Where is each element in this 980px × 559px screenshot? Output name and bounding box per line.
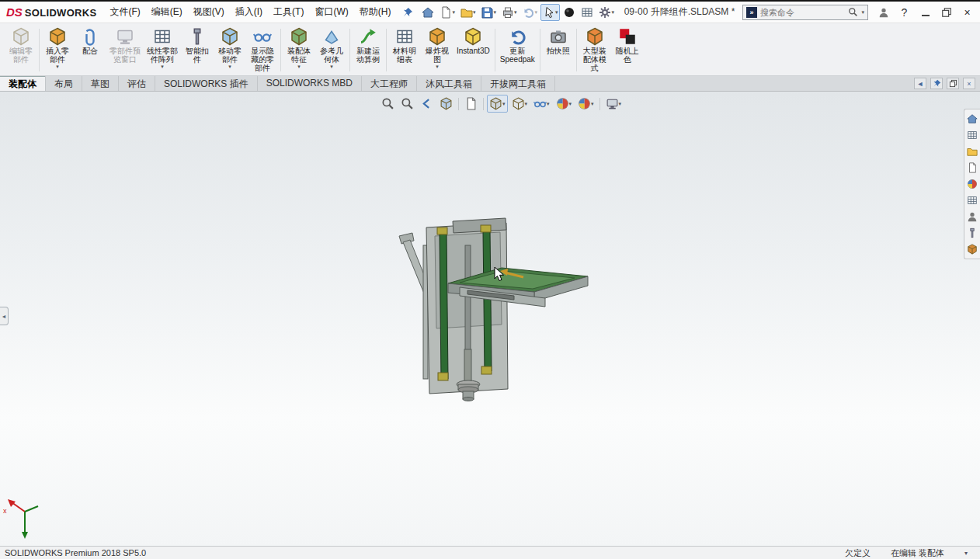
- model-block-top-right: [481, 225, 491, 232]
- minimize-button[interactable]: [915, 3, 936, 22]
- options-button[interactable]: ▾: [596, 4, 617, 21]
- user-account-button[interactable]: [873, 3, 894, 22]
- ribbon-button-smart-fasteners[interactable]: 智能扣 件: [181, 25, 214, 75]
- ribbon-button-mate[interactable]: 配合: [74, 25, 106, 75]
- panel-flyout-tab[interactable]: ◄: [0, 307, 9, 325]
- section-view-button[interactable]: [437, 95, 455, 113]
- tab-assembly[interactable]: 装配体: [0, 76, 46, 91]
- hud-separator: [458, 98, 459, 110]
- tab-dagongchengshi[interactable]: 大工程师: [362, 76, 417, 91]
- ribbon-button-random-color[interactable]: 随机上 色: [611, 25, 644, 75]
- rebuild-button[interactable]: [561, 4, 578, 21]
- status-options-caret-icon[interactable]: ▾: [964, 550, 968, 557]
- taskpane-forum-button[interactable]: [964, 210, 979, 224]
- menu-edit[interactable]: 编辑(E): [146, 2, 188, 23]
- ribbon-button-large-assembly-mode[interactable]: 大型装 配体模 式: [579, 25, 611, 75]
- search-input[interactable]: [760, 8, 845, 17]
- model-3d-lifting-assembly[interactable]: [0, 92, 980, 546]
- zoom-to-fit-button[interactable]: [379, 95, 397, 113]
- ribbon-button-move-component[interactable]: 移动零 部件 ▾: [214, 25, 246, 75]
- previous-view-button[interactable]: [418, 95, 436, 113]
- home-button[interactable]: [419, 4, 436, 21]
- menu-insert[interactable]: 插入(I): [230, 2, 268, 23]
- print-button[interactable]: ▾: [499, 4, 520, 21]
- close-button[interactable]: ×: [957, 3, 978, 22]
- snapshot-camera-icon: [549, 27, 568, 46]
- ribbon-button-linear-pattern[interactable]: 线性零部 件阵列 ▾: [144, 25, 181, 75]
- ribbon-restore-icon[interactable]: [947, 78, 959, 89]
- ribbon-button-label: 材料明 细表: [393, 47, 416, 64]
- taskpane-resources-button[interactable]: [964, 112, 979, 126]
- ribbon-button-edit-component[interactable]: 编辑零 部件: [5, 25, 37, 75]
- tab-evaluate[interactable]: 评估: [119, 76, 155, 91]
- menu-help[interactable]: 帮助(H): [354, 2, 397, 23]
- taskpane-addin-button[interactable]: [964, 242, 979, 256]
- command-search-box[interactable]: » ▾: [742, 5, 868, 20]
- ribbon-button-reference-geometry[interactable]: 参考几 何体 ▾: [315, 25, 348, 75]
- menu-view[interactable]: 视图(V): [188, 2, 230, 23]
- select-tool-button[interactable]: ▾: [540, 4, 561, 21]
- ribbon-button-exploded-view[interactable]: 爆炸视 图 ▾: [421, 25, 454, 75]
- ribbon-close-icon[interactable]: ×: [963, 78, 975, 89]
- ribbon-button-bill-of-materials[interactable]: 材料明 细表: [388, 25, 421, 75]
- help-button[interactable]: ?: [894, 3, 915, 22]
- solidworks-window: { "titlebar": { "logo_prefix": "DS", "lo…: [0, 0, 980, 559]
- annotations-button[interactable]: [462, 95, 480, 113]
- ribbon-button-label: 线性零部 件阵列: [147, 47, 178, 64]
- tab-solidworks-addins[interactable]: SOLIDWORKS 插件: [155, 76, 258, 91]
- dropdown-caret-icon: ▾: [591, 101, 594, 106]
- dropdown-caret-icon: ▾: [534, 9, 537, 15]
- new-document-button[interactable]: ▾: [437, 4, 457, 21]
- zoom-to-area-button[interactable]: [398, 95, 416, 113]
- view-orientation-button[interactable]: ▾: [487, 95, 508, 113]
- menu-tools[interactable]: 工具(T): [268, 2, 309, 23]
- menu-window[interactable]: 窗口(W): [309, 2, 353, 23]
- search-dropdown-caret-icon[interactable]: ▾: [861, 9, 864, 15]
- ribbon-button-take-snapshot[interactable]: 拍快照: [542, 25, 575, 75]
- taskpane-design-library-button[interactable]: [964, 128, 979, 142]
- bom-table-icon: [395, 27, 414, 46]
- model-block-top-left: [437, 227, 447, 234]
- ribbon-button-instant3d[interactable]: Instant3D: [454, 25, 493, 75]
- dropdown-caret-icon: ▾: [569, 101, 572, 106]
- taskpane-appearances-button[interactable]: [964, 177, 979, 191]
- ribbon-button-show-hidden-components[interactable]: 显示隐 藏的零 部件: [246, 25, 279, 75]
- apply-scene-button[interactable]: ▾: [575, 95, 596, 113]
- ribbon-button-update-speedpak[interactable]: 更新 Speedpak: [497, 25, 538, 75]
- ribbon-separator: [495, 29, 495, 71]
- graphics-viewport[interactable]: ▾ ▾ ▾ ▾ ▾ ▾ ◄ x: [0, 92, 980, 546]
- taskpane-view-palette-button[interactable]: [964, 161, 979, 175]
- search-magnifier-icon[interactable]: [848, 7, 858, 17]
- view-settings-button[interactable]: ▾: [603, 95, 624, 113]
- logo-ds-mark: DS: [6, 5, 23, 19]
- ribbon-button-label: 大型装 配体模 式: [583, 47, 606, 72]
- tab-solidworks-mbd[interactable]: SOLIDWORKS MBD: [258, 76, 362, 91]
- ribbon-separator: [576, 29, 577, 71]
- open-button[interactable]: ▾: [458, 4, 478, 21]
- tab-mufeng-toolbox[interactable]: 沐风工具箱: [417, 76, 481, 91]
- taskpane-tool-library-button[interactable]: [964, 226, 979, 240]
- restore-button[interactable]: [936, 3, 957, 22]
- menu-pin-icon[interactable]: [400, 5, 415, 20]
- ribbon-button-assembly-features[interactable]: 装配体 特征 ▾: [283, 25, 315, 75]
- tab-kaibawang-toolbox[interactable]: 开拔网工具箱: [481, 76, 555, 91]
- tab-sketch[interactable]: 草图: [82, 76, 119, 91]
- ribbon-button-new-motion-study[interactable]: 新建运 动算例: [352, 25, 384, 75]
- taskpane-file-explorer-button[interactable]: [964, 144, 979, 158]
- taskpane-custom-properties-button[interactable]: [964, 193, 979, 207]
- display-style-button[interactable]: ▾: [509, 95, 530, 113]
- edit-appearance-button[interactable]: ▾: [554, 95, 575, 113]
- triad-x-label: x: [3, 507, 7, 515]
- menu-file[interactable]: 文件(F): [104, 2, 145, 23]
- hide-show-items-button[interactable]: ▾: [531, 95, 552, 113]
- ribbon-pin-icon[interactable]: [930, 78, 943, 89]
- ribbon-button-label: 编辑零 部件: [9, 47, 33, 64]
- undo-button[interactable]: ▾: [520, 4, 540, 21]
- tab-layout[interactable]: 布局: [46, 76, 82, 91]
- file-properties-button[interactable]: [579, 4, 596, 21]
- model-rail-right: [483, 231, 492, 372]
- save-button[interactable]: ▾: [478, 4, 499, 21]
- ribbon-button-component-preview[interactable]: 零部件预 览窗口: [106, 25, 144, 75]
- ribbon-button-insert-component[interactable]: 插入零 部件 ▾: [41, 25, 74, 75]
- tab-scroll-left-icon[interactable]: ◄: [914, 78, 926, 89]
